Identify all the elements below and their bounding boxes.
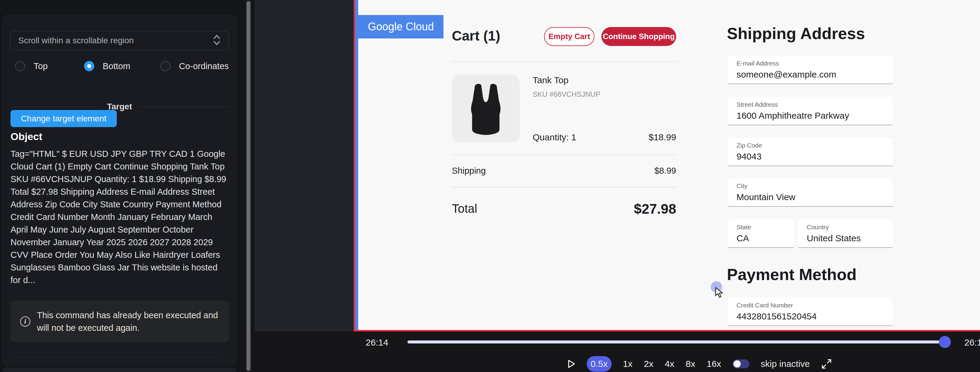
change-target-button[interactable]: Change target element (11, 110, 117, 127)
empty-cart-button[interactable]: Empty Cart (544, 27, 595, 46)
state-field-value: CA (737, 233, 794, 243)
total-label: Total (452, 202, 477, 216)
speed-2x-button[interactable]: 2x (644, 359, 653, 369)
zip-field-value: 94043 (737, 152, 892, 162)
skip-inactive-toggle[interactable] (733, 359, 749, 369)
radio-top-label: Top (33, 61, 48, 71)
divider (452, 187, 676, 187)
tank-top-graphic (457, 80, 514, 137)
product-name: Tank Top (533, 75, 569, 85)
radio-bottom-circle[interactable] (84, 61, 94, 71)
divider (452, 62, 676, 62)
action-type-value: Scroll within a scrollable region (18, 36, 213, 45)
panel-scrollbar-thumb[interactable] (247, 1, 250, 371)
skip-inactive-label: skip inactive (761, 359, 810, 369)
replay-viewport-highlight: Google Cloud Cart (1) Empty Cart Continu… (354, 0, 980, 331)
action-type-select[interactable]: Scroll within a scrollable region (10, 31, 229, 50)
card-field-label: Credit Card Number (737, 302, 892, 309)
timeline-thumb[interactable] (939, 336, 951, 348)
playback-controls: 0.5x 1x 2x 4x 8x 16x skip inactive (568, 356, 832, 371)
end-time: 26:1 (964, 337, 980, 348)
play-button[interactable] (568, 359, 575, 369)
execution-notice: i This command has already been executed… (11, 300, 229, 342)
shipping-label: Shipping (452, 166, 486, 176)
google-cloud-logo[interactable]: Google Cloud (358, 15, 444, 38)
object-heading: Object (11, 131, 42, 142)
speed-0-5x-button[interactable]: 0.5x (587, 356, 612, 372)
continue-shopping-button[interactable]: Continue Shopping (601, 27, 676, 46)
current-time: 26:14 (366, 337, 388, 348)
toggle-knob (733, 360, 741, 367)
command-panel: Scroll within a scrollable region Top Bo… (0, 0, 255, 372)
speed-8x-button[interactable]: 8x (686, 359, 695, 369)
product-image-tank-top[interactable] (452, 75, 520, 142)
email-field[interactable]: E-mail Address someone@example.com (728, 56, 892, 84)
radio-option-bottom[interactable]: Bottom (84, 61, 130, 72)
product-quantity: Quantity: 1 (533, 132, 576, 142)
info-icon: i (20, 316, 30, 327)
play-icon (568, 359, 575, 369)
street-field-label: Street Address (737, 101, 892, 108)
city-field-value: Mountain View (737, 192, 892, 202)
street-field-value: 1600 Amphitheatre Parkway (737, 110, 892, 121)
shop-page: Google Cloud Cart (1) Empty Cart Continu… (355, 0, 980, 330)
speed-4x-button[interactable]: 4x (665, 359, 675, 369)
divider (140, 107, 229, 107)
cursor-pointer-icon (714, 287, 725, 299)
radio-bottom-label: Bottom (103, 61, 130, 71)
speed-16x-button[interactable]: 16x (706, 359, 721, 369)
product-sku: SKU #66VCHSJNUP (533, 90, 600, 99)
next-section-card (2, 368, 237, 372)
object-text-dump: Tag="HTML" $ EUR USD JPY GBP TRY CAD 1 G… (11, 147, 229, 286)
panel-scrollbar[interactable] (246, 0, 251, 372)
shipping-value: $8.99 (616, 166, 676, 176)
select-chevrons-icon (213, 34, 221, 47)
radio-coordinates-circle[interactable] (160, 61, 170, 71)
radio-option-top[interactable]: Top (15, 61, 48, 72)
fullscreen-button[interactable] (821, 358, 832, 369)
state-field[interactable]: State CA (728, 219, 794, 248)
scroll-position-options: Top Bottom Co-ordinates (10, 61, 229, 72)
shipping-address-heading: Shipping Address (727, 24, 865, 43)
replay-cursor (706, 281, 730, 305)
zip-field-label: Zip Code (737, 142, 892, 149)
radio-option-coordinates[interactable]: Co-ordinates (160, 61, 229, 72)
execution-notice-text: This command has already been executed a… (37, 309, 219, 334)
timeline-track[interactable] (407, 340, 945, 343)
total-value: $27.98 (586, 201, 676, 217)
country-field-value: United States (807, 233, 892, 243)
command-card: Scroll within a scrollable region Top Bo… (2, 15, 237, 366)
payment-method-heading: Payment Method (727, 265, 857, 284)
email-field-label: E-mail Address (737, 60, 892, 67)
replay-stage (255, 0, 354, 372)
street-address-field[interactable]: Street Address 1600 Amphitheatre Parkway (728, 97, 892, 125)
radio-top-circle[interactable] (15, 61, 25, 71)
divider (10, 107, 99, 107)
state-field-label: State (737, 224, 794, 231)
country-field-label: Country (807, 224, 892, 231)
country-field[interactable]: Country United States (799, 219, 892, 248)
email-field-value: someone@example.com (737, 69, 892, 80)
divider (452, 155, 676, 155)
product-price: $18.99 (616, 132, 676, 142)
card-field-value: 4432801561520454 (737, 311, 892, 321)
app-screen: Scroll within a scrollable region Top Bo… (0, 0, 980, 372)
credit-card-number-field[interactable]: Credit Card Number 4432801561520454 (728, 297, 892, 326)
expand-icon (821, 358, 832, 369)
city-field-label: City (737, 182, 892, 190)
city-field[interactable]: City Mountain View (728, 178, 892, 207)
zip-code-field[interactable]: Zip Code 94043 (728, 137, 892, 166)
cart-title: Cart (1) (452, 28, 500, 44)
player-bar: 26:14 26:1 0.5x 1x 2x 4x 8x 16x skip ina… (255, 331, 980, 372)
speed-1x-button[interactable]: 1x (623, 359, 633, 369)
radio-coordinates-label: Co-ordinates (179, 61, 229, 71)
